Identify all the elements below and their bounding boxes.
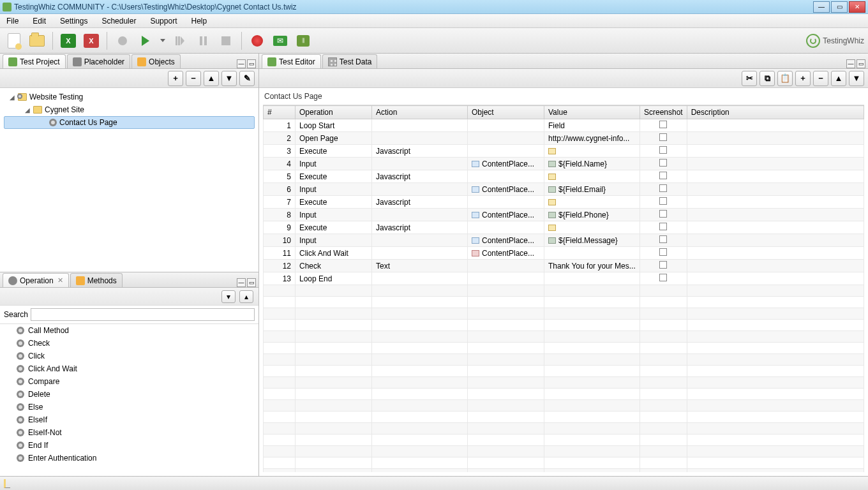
table-row[interactable]: 9ExecuteJavascript bbox=[264, 221, 864, 234]
table-row[interactable]: 10InputContentPlace...${Field.Message} bbox=[264, 234, 864, 247]
pane-minimize[interactable]: — bbox=[846, 59, 855, 68]
cell-action[interactable]: Javascript bbox=[372, 196, 468, 209]
cell-operation[interactable]: Loop Start bbox=[296, 119, 372, 132]
cell-object[interactable]: ContentPlace... bbox=[468, 183, 544, 196]
cell-object[interactable] bbox=[468, 260, 544, 272]
table-row[interactable]: 11Click And WaitContentPlace... bbox=[264, 247, 864, 260]
operation-item[interactable]: Call Method bbox=[0, 324, 258, 337]
cell-object[interactable] bbox=[468, 170, 544, 183]
paste-button[interactable]: 📋 bbox=[777, 71, 793, 86]
minimize-button[interactable]: — bbox=[813, 1, 830, 13]
debug-button[interactable] bbox=[247, 31, 267, 51]
cell-operation[interactable]: Loop End bbox=[296, 272, 372, 285]
maximize-button[interactable]: ▭ bbox=[831, 1, 848, 13]
cell-screenshot[interactable] bbox=[640, 183, 687, 196]
table-row-empty[interactable] bbox=[264, 331, 864, 343]
tree-leaf-selected[interactable]: Contact Us Page bbox=[4, 116, 255, 129]
cell-object[interactable] bbox=[468, 272, 544, 285]
cell-value[interactable] bbox=[544, 145, 640, 158]
cell-object[interactable] bbox=[468, 196, 544, 209]
cell-operation[interactable]: Input bbox=[296, 209, 372, 221]
remove-button[interactable]: − bbox=[186, 71, 201, 86]
operation-item[interactable]: Click And Wait bbox=[0, 362, 258, 375]
cell-screenshot[interactable] bbox=[640, 158, 687, 170]
import-excel-button[interactable] bbox=[81, 31, 101, 51]
operation-item[interactable]: End If bbox=[0, 439, 258, 452]
cell-action[interactable]: Javascript bbox=[372, 170, 468, 183]
cell-operation[interactable]: Execute bbox=[296, 196, 372, 209]
checkbox[interactable] bbox=[659, 121, 667, 128]
cell-screenshot[interactable] bbox=[640, 209, 687, 221]
operation-item[interactable]: Compare bbox=[0, 375, 258, 388]
cell-description[interactable] bbox=[687, 145, 864, 158]
cell-action[interactable] bbox=[372, 234, 468, 247]
add-button[interactable]: + bbox=[168, 71, 183, 86]
cell-action[interactable] bbox=[372, 272, 468, 285]
stop-button[interactable] bbox=[216, 31, 236, 51]
cell-object[interactable]: ContentPlace... bbox=[468, 209, 544, 221]
mail-button[interactable] bbox=[270, 31, 290, 51]
cell-description[interactable] bbox=[687, 234, 864, 247]
move-up-button[interactable]: ▲ bbox=[204, 71, 219, 86]
cell-description[interactable] bbox=[687, 158, 864, 170]
cell-object[interactable] bbox=[468, 145, 544, 158]
table-row-empty[interactable] bbox=[264, 285, 864, 297]
table-row[interactable]: 4InputContentPlace...${Field.Name} bbox=[264, 158, 864, 170]
cell-object[interactable]: ContentPlace... bbox=[468, 234, 544, 247]
expand-icon[interactable]: ◢ bbox=[24, 107, 31, 114]
tab-objects[interactable]: Objects bbox=[131, 54, 181, 68]
open-button[interactable] bbox=[27, 31, 47, 51]
table-row-empty[interactable] bbox=[264, 354, 864, 366]
cell-screenshot[interactable] bbox=[640, 221, 687, 234]
column-header[interactable]: Description bbox=[687, 106, 864, 119]
cell-description[interactable] bbox=[687, 183, 864, 196]
tab-operation[interactable]: Operation✕ bbox=[3, 273, 69, 287]
cell-object[interactable]: ContentPlace... bbox=[468, 247, 544, 260]
step-button[interactable] bbox=[170, 31, 190, 51]
cell-action[interactable] bbox=[372, 119, 468, 132]
tab-close-icon[interactable]: ✕ bbox=[57, 276, 63, 285]
cell-screenshot[interactable] bbox=[640, 234, 687, 247]
table-row[interactable]: 8InputContentPlace...${Field.Phone} bbox=[264, 209, 864, 221]
pane-minimize[interactable]: — bbox=[237, 59, 246, 68]
table-row[interactable]: 3ExecuteJavascript bbox=[264, 145, 864, 158]
cut-button[interactable]: ✂ bbox=[742, 71, 757, 86]
cell-value[interactable] bbox=[544, 196, 640, 209]
cell-value[interactable]: Field bbox=[544, 119, 640, 132]
cell-operation[interactable]: Click And Wait bbox=[296, 247, 372, 260]
table-row-empty[interactable] bbox=[264, 457, 864, 469]
cell-object[interactable] bbox=[468, 119, 544, 132]
table-row-empty[interactable] bbox=[264, 308, 864, 320]
menu-help[interactable]: Help bbox=[188, 15, 209, 27]
cell-description[interactable] bbox=[687, 260, 864, 272]
cell-description[interactable] bbox=[687, 132, 864, 145]
table-row-empty[interactable] bbox=[264, 400, 864, 412]
checkbox[interactable] bbox=[659, 235, 667, 243]
cell-description[interactable] bbox=[687, 119, 864, 132]
operation-item[interactable]: Check bbox=[0, 337, 258, 350]
copy-button[interactable]: ⧉ bbox=[760, 71, 775, 86]
cell-screenshot[interactable] bbox=[640, 132, 687, 145]
close-button[interactable]: ✕ bbox=[849, 1, 865, 13]
operation-item[interactable]: Delete bbox=[0, 388, 258, 401]
cell-value[interactable]: ${Field.Phone} bbox=[544, 209, 640, 221]
tab-placeholder[interactable]: Placeholder bbox=[67, 54, 130, 68]
cell-description[interactable] bbox=[687, 247, 864, 260]
cell-action[interactable]: Text bbox=[372, 260, 468, 272]
expand-icon[interactable]: ◢ bbox=[9, 94, 15, 101]
cell-operation[interactable]: Check bbox=[296, 260, 372, 272]
cell-screenshot[interactable] bbox=[640, 145, 687, 158]
cell-object[interactable]: ContentPlace... bbox=[468, 158, 544, 170]
cell-value[interactable]: ${Field.Email} bbox=[544, 183, 640, 196]
menu-support[interactable]: Support bbox=[147, 15, 179, 27]
table-row-empty[interactable] bbox=[264, 320, 864, 331]
table-row-empty[interactable] bbox=[264, 434, 864, 446]
cell-screenshot[interactable] bbox=[640, 247, 687, 260]
cell-action[interactable] bbox=[372, 132, 468, 145]
cell-object[interactable] bbox=[468, 221, 544, 234]
tree-root[interactable]: ◢ Website Testing bbox=[3, 91, 256, 103]
cell-value[interactable] bbox=[544, 247, 640, 260]
operation-list[interactable]: Call MethodCheckClickClick And WaitCompa… bbox=[0, 324, 258, 476]
pane-maximize[interactable]: ▭ bbox=[857, 59, 865, 68]
project-tree[interactable]: ◢ Website Testing ◢ Cygnet Site Contact … bbox=[0, 88, 258, 272]
